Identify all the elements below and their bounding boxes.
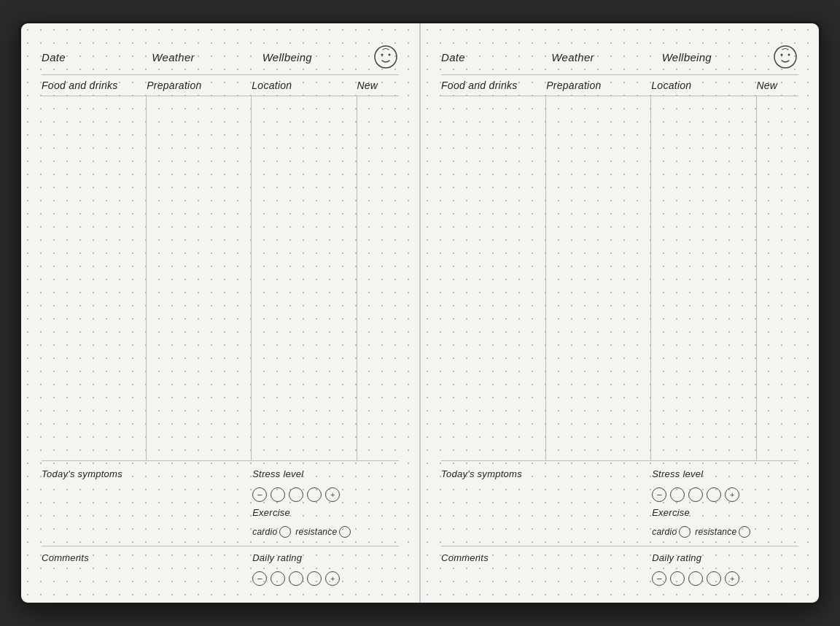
symptoms-area-right: Today's symptoms — [441, 468, 652, 540]
weather-label-right: Weather — [551, 51, 661, 63]
new-label-left: New — [357, 80, 399, 91]
content-col-4-right — [757, 96, 798, 460]
stress-area-left: Stress level Exercise cardio — [252, 468, 399, 540]
comments-area-right: Comments Daily rating — [441, 546, 798, 588]
daily-plus-right[interactable] — [725, 571, 739, 586]
stress-rating-row-left — [252, 487, 399, 502]
resistance-label-left: resistance — [295, 527, 337, 537]
comments-label-area-right: Comments — [441, 552, 652, 588]
face-icon-right — [772, 44, 798, 70]
header-row-right: Date Weather Wellbeing — [441, 44, 798, 75]
content-col-4-left — [357, 96, 399, 460]
daily-circle-2-left[interactable] — [289, 571, 303, 586]
daily-circle-1-right[interactable] — [670, 571, 685, 586]
daily-minus-left[interactable] — [252, 571, 267, 586]
bottom-top-row-left: Today's symptoms Stress level Exercise — [42, 468, 399, 540]
page-left: Date Weather Wellbeing Food and drinks P… — [21, 23, 421, 603]
daily-circle-2-right[interactable] — [688, 571, 703, 586]
daily-rating-area-left: Daily rating — [252, 552, 399, 588]
bottom-top-row-right: Today's symptoms Stress level Exercise — [441, 468, 798, 540]
symptoms-label-left: Today's symptoms — [42, 468, 246, 479]
stress-circle-2-right[interactable] — [688, 487, 703, 502]
daily-rating-label-right: Daily rating — [652, 552, 798, 563]
preparation-label-right: Preparation — [546, 80, 651, 91]
wellbeing-label-right: Wellbeing — [662, 51, 772, 63]
daily-circle-3-right[interactable] — [707, 571, 721, 586]
content-col-1-right — [441, 96, 545, 460]
daily-minus-right[interactable] — [652, 571, 666, 586]
svg-point-5 — [788, 54, 790, 56]
preparation-label-left: Preparation — [147, 80, 252, 91]
stress-circle-1-right[interactable] — [670, 487, 685, 502]
bottom-section-right: Today's symptoms Stress level Exercise — [441, 461, 798, 588]
comments-label-right: Comments — [441, 552, 646, 563]
content-area-left — [42, 96, 399, 461]
svg-point-1 — [381, 54, 383, 56]
exercise-label-right: Exercise — [652, 507, 798, 518]
daily-circle-3-left[interactable] — [307, 571, 322, 586]
resistance-item-right: resistance — [695, 526, 750, 538]
stress-minus-left[interactable] — [252, 487, 267, 502]
daily-rating-row-left — [252, 571, 399, 586]
comments-label-area-left: Comments — [42, 552, 252, 588]
food-label-left: Food and drinks — [42, 80, 147, 91]
food-label-right: Food and drinks — [441, 80, 546, 91]
date-label-left: Date — [42, 51, 152, 63]
resistance-label-right: resistance — [695, 527, 736, 537]
header-row-left: Date Weather Wellbeing — [42, 44, 399, 75]
stress-plus-left[interactable] — [325, 487, 340, 502]
page-right: Date Weather Wellbeing Food and drinks P… — [421, 23, 819, 603]
stress-minus-right[interactable] — [652, 487, 666, 502]
stress-rating-row-right — [652, 487, 798, 502]
exercise-row-left: cardio resistance — [252, 526, 399, 538]
resistance-item-left: resistance — [295, 526, 351, 538]
comments-label-left: Comments — [42, 552, 246, 563]
svg-point-2 — [388, 54, 390, 56]
cardio-circle-right[interactable] — [679, 526, 691, 538]
stress-area-right: Stress level Exercise cardio — [652, 468, 798, 540]
symptoms-area-left: Today's symptoms — [42, 468, 252, 540]
notebook: Date Weather Wellbeing Food and drinks P… — [19, 21, 821, 605]
comments-area-left: Comments Daily rating — [42, 546, 399, 588]
content-area-right — [441, 96, 798, 461]
stress-label-left: Stress level — [252, 468, 399, 479]
food-row-right: Food and drinks Preparation Location New — [441, 80, 798, 96]
resistance-circle-left[interactable] — [339, 526, 351, 538]
stress-circle-3-right[interactable] — [707, 487, 721, 502]
svg-point-4 — [780, 54, 782, 56]
content-col-2-right — [546, 96, 650, 460]
date-label-right: Date — [441, 51, 551, 63]
daily-rating-row-right — [652, 571, 798, 586]
stress-circle-2-left[interactable] — [289, 487, 303, 502]
weather-label-left: Weather — [152, 51, 262, 63]
new-label-right: New — [756, 80, 798, 91]
cardio-item-right: cardio — [652, 526, 691, 538]
content-col-1-left — [42, 96, 146, 460]
cardio-circle-left[interactable] — [279, 526, 291, 538]
daily-circle-1-left[interactable] — [271, 571, 285, 586]
content-col-3-left — [252, 96, 356, 460]
cardio-label-right: cardio — [652, 527, 677, 537]
cardio-label-left: cardio — [252, 527, 277, 537]
svg-point-3 — [774, 46, 796, 68]
food-row-left: Food and drinks Preparation Location New — [42, 80, 399, 96]
stress-circle-3-left[interactable] — [307, 487, 322, 502]
location-label-right: Location — [651, 80, 756, 91]
symptoms-label-right: Today's symptoms — [441, 468, 646, 479]
content-col-3-right — [651, 96, 755, 460]
content-col-2-left — [147, 96, 251, 460]
face-icon-left — [373, 44, 399, 70]
location-label-left: Location — [252, 80, 357, 91]
stress-circle-1-left[interactable] — [271, 487, 285, 502]
cardio-item-left: cardio — [252, 526, 291, 538]
daily-rating-label-left: Daily rating — [252, 552, 399, 563]
resistance-circle-right[interactable] — [739, 526, 750, 538]
exercise-label-left: Exercise — [252, 507, 399, 518]
daily-plus-left[interactable] — [325, 571, 340, 586]
exercise-row-right: cardio resistance — [652, 526, 798, 538]
svg-point-0 — [375, 46, 397, 68]
wellbeing-label-left: Wellbeing — [262, 51, 373, 63]
daily-rating-area-right: Daily rating — [652, 552, 798, 588]
stress-label-right: Stress level — [652, 468, 798, 479]
stress-plus-right[interactable] — [725, 487, 739, 502]
